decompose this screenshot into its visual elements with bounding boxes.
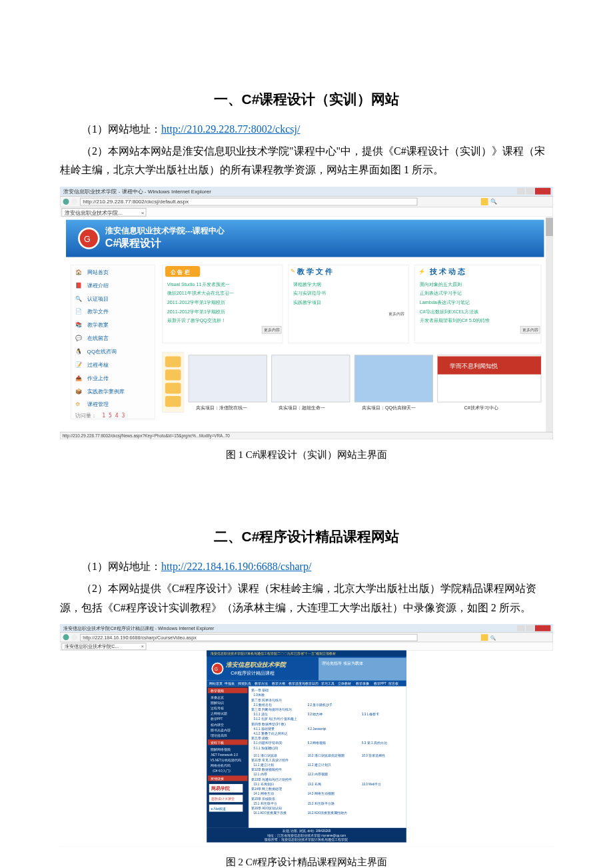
tab-icon[interactable] bbox=[165, 396, 181, 407]
sb-item[interactable]: 图解知识 bbox=[211, 701, 224, 705]
content-row[interactable]: 4.1.2 重叠于此之两和之 bbox=[254, 731, 288, 735]
content-row[interactable]: 第二章 简单语句练习 bbox=[251, 698, 282, 702]
menu-item[interactable]: 教学PPT bbox=[374, 682, 386, 686]
sb-item[interactable]: 网络挂机代码 bbox=[211, 763, 231, 767]
sb-link[interactable]: e.Net频道 bbox=[211, 807, 227, 811]
nav-msg[interactable]: 在线留言 bbox=[87, 335, 109, 341]
nav-plans[interactable]: 教学教案 bbox=[87, 322, 109, 328]
content-row[interactable]: 第12章 数据视频控件 bbox=[251, 768, 282, 772]
bulletin-item[interactable]: 微软2011年技术大会在北京召一 bbox=[167, 291, 234, 297]
content-row[interactable]: 13.1 布局划归 bbox=[254, 782, 274, 786]
content-row[interactable]: 10.3 登录选择性 bbox=[362, 753, 385, 757]
content-row[interactable]: 15.2 和互联平台路 bbox=[308, 801, 334, 805]
scrollbar[interactable] bbox=[546, 217, 553, 432]
thumb-label[interactable]: 真实项目：淮信院在线一 bbox=[196, 405, 247, 411]
content-row[interactable]: 11.1 建立计划 bbox=[254, 763, 274, 767]
content-row[interactable]: 5.3 某工具的方法 bbox=[362, 741, 387, 745]
sb-item[interactable]: 教学PPT bbox=[211, 717, 223, 721]
content-row[interactable]: 11.2 建立计划只 bbox=[308, 763, 331, 767]
menu-item[interactable]: 网站首页 bbox=[209, 682, 223, 686]
back-icon[interactable] bbox=[63, 635, 69, 641]
content-row[interactable]: 13.3 Web平台 bbox=[362, 782, 381, 786]
teachfile-item[interactable]: 实践教学项目 bbox=[293, 299, 321, 305]
content-row[interactable]: 3.1.2 包罗 与(另外)个值和趣上 bbox=[254, 717, 298, 721]
content-row[interactable]: 5.2 网络视频 bbox=[308, 741, 326, 745]
content-row[interactable]: 4.1.1 基础背景 bbox=[254, 727, 275, 731]
section1-url[interactable]: http://210.29.228.77:8002/ckcsj/ bbox=[161, 123, 300, 135]
nav-cert[interactable]: 认证项目 bbox=[87, 296, 109, 302]
content-row[interactable]: 4.2 Javascript bbox=[308, 727, 327, 731]
bulletin-item[interactable]: 2011-2012学年第1学期校历 bbox=[167, 309, 225, 315]
sb-item[interactable]: 图书光盘内容 bbox=[211, 728, 231, 732]
menu-item[interactable]: 教学大纲 bbox=[272, 682, 285, 686]
sb-item[interactable]: 《C# 4.0入门》 bbox=[211, 769, 233, 773]
bulletin-item[interactable]: 2011-2012学年第1学期校历 bbox=[167, 299, 225, 305]
content-row[interactable]: 3.1.1 进位 bbox=[254, 713, 268, 717]
menu-item[interactable]: 教学录像 bbox=[356, 682, 369, 686]
sb-item[interactable]: 录像总览 bbox=[211, 695, 224, 699]
f1-tab[interactable]: 淮安信息职业技术学院... bbox=[65, 210, 123, 216]
content-row[interactable]: 5.1.1 加值3数(10) bbox=[254, 746, 279, 750]
content-row[interactable]: 10.1 港口浏览器 bbox=[254, 753, 277, 757]
content-row[interactable]: 第14章 网上数据处理 bbox=[251, 787, 282, 791]
content-row[interactable]: 3.2 助力神 bbox=[308, 713, 323, 717]
sb-link[interactable]: 网易学院 bbox=[211, 785, 230, 791]
f2-urlbar[interactable]: http://222.184.16.190:6688/csharp/Course… bbox=[83, 635, 197, 641]
technews-item[interactable]: Lambda表达式学习笔记 bbox=[420, 299, 470, 305]
more-link[interactable]: 更多内容 bbox=[264, 328, 280, 333]
content-row[interactable]: 14.1 网络互动 bbox=[254, 792, 274, 796]
content-row[interactable]: 第11章 常见工具设计控件 bbox=[251, 758, 289, 762]
more-link[interactable]: 更多内容 bbox=[522, 328, 538, 333]
content-row[interactable]: 第13章 与通知与已计划控件 bbox=[251, 777, 292, 781]
content-row[interactable]: 13.2 布局 bbox=[308, 782, 321, 786]
content-row[interactable]: 10.2 港口浏览器指定视图 bbox=[308, 753, 344, 757]
nav-upload[interactable]: 作业上传 bbox=[87, 375, 109, 381]
sb-item[interactable]: 图解网络视频 bbox=[211, 747, 231, 751]
tab-icon[interactable] bbox=[165, 383, 181, 393]
nav-qq[interactable]: QQ在线咨询 bbox=[87, 349, 117, 355]
nav-cases[interactable]: 实践教学案例库 bbox=[87, 389, 125, 395]
sb-item[interactable]: .NET Framework 2.0 bbox=[211, 753, 239, 757]
content-row[interactable]: 第15章 后续联系 bbox=[251, 797, 275, 801]
content-row[interactable]: 16.2 ADO连接直接属性助力 bbox=[308, 811, 348, 815]
sb-item[interactable]: 校内课堂 bbox=[210, 723, 224, 727]
more-link[interactable]: 更多内容 bbox=[388, 311, 404, 316]
thumb-label[interactable]: C#技术学习中心 bbox=[464, 405, 498, 411]
technews-item[interactable]: 开发者最期望看到的C# 5.0的特性 bbox=[420, 317, 490, 323]
sb-item[interactable]: VS.NET分线程源代码 bbox=[211, 758, 241, 762]
content-row[interactable]: 5.1 问题和字符串(5) bbox=[254, 741, 283, 745]
content-row[interactable]: 1.0体验 bbox=[254, 694, 265, 697]
teachfile-item[interactable]: 实习实训指导书 bbox=[293, 291, 326, 297]
forward-icon[interactable] bbox=[71, 199, 77, 205]
menu-item[interactable]: 教学进度与教学日历 bbox=[289, 682, 318, 686]
content-row[interactable]: 12.2 内存视图 bbox=[308, 773, 328, 777]
back-icon[interactable] bbox=[63, 199, 69, 205]
content-row[interactable]: 第一章 基础 bbox=[251, 688, 269, 692]
content-row[interactable]: 14.2 网络互动视图 bbox=[308, 792, 334, 796]
nav-home[interactable]: 网站首页 bbox=[87, 269, 109, 275]
section2-url[interactable]: http://222.184.16.190:6688/csharp/ bbox=[161, 561, 311, 572]
close-icon[interactable]: × bbox=[141, 643, 144, 649]
bulletin-item[interactable]: Visual Studio 11开发者预览一 bbox=[167, 281, 230, 287]
content-row[interactable]: 第四章 数据类型(3个数) bbox=[251, 722, 286, 726]
f2-tab[interactable]: 淮安信息职业技术学院C... bbox=[65, 643, 119, 649]
content-row[interactable]: 15.1 和互联平台 bbox=[254, 801, 277, 805]
tab-icon[interactable] bbox=[165, 357, 181, 367]
bulletin-item[interactable]: 最新开设了教学QQ交流群！ bbox=[167, 317, 226, 323]
thumb-label[interactable]: 真实项目：QQ仿真聊天一 bbox=[362, 405, 416, 411]
sb-item[interactable]: 过程考核 bbox=[211, 707, 224, 711]
menu-item[interactable]: 申报表 bbox=[225, 682, 235, 686]
content-row[interactable]: 3.3.1 修整卡 bbox=[362, 713, 379, 717]
technews-item[interactable]: 正则表达式学习手记 bbox=[420, 291, 462, 297]
menu-item[interactable]: 留言板 bbox=[388, 682, 398, 686]
tab-icon[interactable] bbox=[165, 370, 181, 381]
content-row[interactable]: 2.1 数组名包 bbox=[254, 703, 273, 707]
nav-files[interactable]: 教学文件 bbox=[87, 309, 109, 315]
technews-item[interactable]: C#导出数据到EXCEL方法谈 bbox=[420, 309, 479, 315]
content-row[interactable]: 第三章 判断与循环语句练习 bbox=[251, 707, 292, 711]
sb-link[interactable]: 思胜设计大课堂 bbox=[211, 797, 235, 801]
content-row[interactable]: 第16章 ADO区别认知 bbox=[251, 806, 282, 810]
forward-icon[interactable] bbox=[71, 635, 77, 641]
menu-item[interactable]: 立体教材 bbox=[338, 682, 351, 686]
thumb-label[interactable]: 真实项目：超能生命一 bbox=[279, 405, 325, 411]
